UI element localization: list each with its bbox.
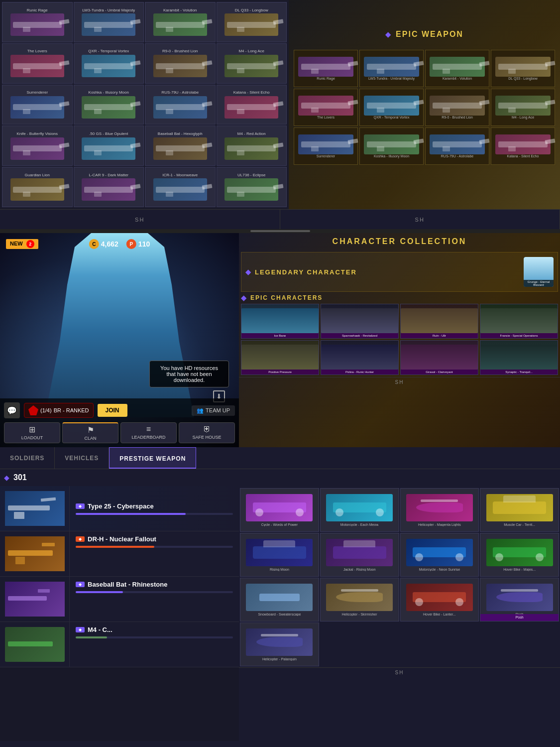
epic-cell[interactable]: LW3-Tundra - Umbral Majesty <box>359 50 424 87</box>
ranked-slot: (1/4) <box>40 407 52 413</box>
tab-soldiers[interactable]: SOLDIERS <box>0 447 55 469</box>
epic-cell[interactable]: Runic Rage <box>294 50 358 87</box>
weapon-thumbnail <box>82 55 135 77</box>
gold-icon: C <box>89 239 99 249</box>
weapon-cell[interactable]: QXR - Temporal Vortex <box>74 43 144 84</box>
vehicles-show-more-button[interactable]: SH <box>239 667 560 677</box>
weapon-thumbnail <box>10 137 64 160</box>
weapon-cell[interactable]: Baseball Bat - Hexoglyph <box>145 125 216 166</box>
weapon-cell[interactable]: M4 - Red Action <box>217 125 287 166</box>
epic-cell[interactable]: Katana - Silent Echo <box>491 127 555 165</box>
vehicle-cell[interactable]: Helicopter - Magenta Lights <box>400 488 479 532</box>
weapon-cell[interactable]: Knife - Butterfly Visions <box>2 125 73 166</box>
char-card[interactable]: Francie - Special Operations <box>480 304 558 339</box>
weapon-item-label: ◆ M4 - C... <box>76 626 233 633</box>
epic-cell[interactable]: M4 - Long Ace <box>491 89 555 126</box>
weapon-cell[interactable]: L-CAR 9 - Dark Matter <box>74 167 144 207</box>
chat-button[interactable]: 💬 <box>4 402 20 418</box>
loadout-icon: ⊞ <box>5 425 59 434</box>
loadout-button[interactable]: ⊞ LOADOUT <box>4 422 60 443</box>
epic-cell[interactable]: QXR - Temporal Vortex <box>359 89 424 126</box>
join-button[interactable]: JOIN <box>98 404 127 417</box>
epic-cell[interactable]: RUS-79U - Astrolabe <box>425 127 489 165</box>
weapon-cell[interactable]: DL Q33 - Longbow <box>217 2 287 42</box>
weapon-cell[interactable]: Runic Rage <box>2 2 73 42</box>
char-card[interactable]: Ruín - Ullr <box>400 304 478 339</box>
vehicle-cell[interactable]: Motorcycle - Each Meow <box>320 488 399 532</box>
char-card[interactable]: Synaptic - Tranquil... <box>480 340 558 375</box>
weapon-cell[interactable]: Surrenderer <box>2 85 73 125</box>
teamup-label: TEAM UP <box>206 407 230 413</box>
weapon-cell[interactable]: Karambit - Volution <box>145 2 216 42</box>
epic-cell[interactable]: R9-0 - Brushed Lion <box>425 89 489 126</box>
epic-weapon-panel: ◆ EPIC WEAPON Runic Rage LW3-Tundra - Um… <box>289 0 560 209</box>
char-avatar-label: Grunge - Eternal Blizzard <box>524 280 554 287</box>
epic-cell[interactable]: DL Q33 - Longbow <box>491 50 555 87</box>
character-panel: NEW 2 C 4,662 P 110 You have HD resource… <box>0 233 239 447</box>
char-card[interactable]: Sparrowhawk - Revitalized <box>321 304 399 339</box>
weapon-cell[interactable]: Katana - Silent Echo <box>217 85 287 125</box>
weapon-cell[interactable]: ICR-1 - Moonweave <box>145 167 216 207</box>
show-more-left-button[interactable]: SH <box>0 210 280 229</box>
teamup-button[interactable]: 👥 TEAM UP <box>192 405 235 416</box>
char-card-label: Francie - Special Operations <box>480 333 558 338</box>
char-card[interactable]: Positive Pressure <box>241 340 319 375</box>
show-more-right-button[interactable]: SH <box>280 210 560 229</box>
weapon-thumbnail <box>82 178 135 201</box>
weapon-thumbnail <box>153 96 207 119</box>
posh-label: Posh <box>480 614 559 621</box>
legendary-char-avatar[interactable]: Grunge - Eternal Blizzard <box>524 257 554 287</box>
weapon-cell[interactable]: LW3-Tundra - Umbral Majesty <box>74 2 144 42</box>
vehicle-name: Motorcycle - Each Meow <box>340 523 379 526</box>
vehicle-cell[interactable]: Hover Bike - Lanter... <box>400 578 479 622</box>
legendary-characters: Grunge - Eternal Blizzard <box>524 257 554 287</box>
vehicle-cell[interactable]: Cycle - Words of Power <box>240 488 319 532</box>
weapon-cell[interactable]: UL736 - Eclipse <box>217 167 287 207</box>
vehicle-name: Hover Bike - Majes... <box>503 568 536 571</box>
weapon-cell[interactable]: R9-0 - Brushed Lion <box>145 43 216 84</box>
vehicle-cell[interactable]: Motorcycle - Neon Sunrise <box>400 533 479 577</box>
clan-button[interactable]: ⚑ CLAN <box>62 422 118 443</box>
weapon-cell[interactable]: The Lovers <box>2 43 73 84</box>
collection-show-more-button[interactable]: SH <box>239 377 560 387</box>
vehicle-cell[interactable]: Hover Bike - Majes... <box>480 533 559 577</box>
epic-diamond-icon: ◆ <box>241 294 247 302</box>
weapon-cell[interactable]: M4 - Long Ace <box>217 43 287 84</box>
vehicle-cell[interactable]: Muscle Car - Territ... <box>480 488 559 532</box>
char-card[interactable]: Girasol - Clairvoyant <box>400 340 478 375</box>
char-card[interactable]: Polina - Runic Hunter <box>321 340 399 375</box>
weapon-thumbnail <box>224 13 278 36</box>
vehicle-image <box>246 584 313 611</box>
tab-vehicles[interactable]: VEHICLES <box>55 447 109 469</box>
vehicle-cell[interactable]: Helicopter - Palanquin <box>240 622 319 666</box>
left-column: SOLDIERS VEHICLES PRESTIGE WEAPON ◆ 301 <box>0 447 239 741</box>
epic-cell[interactable]: The Lovers <box>294 89 358 126</box>
tab-prestige-weapon[interactable]: PRESTIGE WEAPON <box>109 447 196 469</box>
weapon-cell[interactable]: Guardian Lion <box>2 167 73 207</box>
weapon-item-thumb <box>0 486 70 531</box>
vehicle-cell[interactable]: Helicopter - Skirmisher <box>320 578 399 622</box>
weapon-cell[interactable]: .50 GS - Blue Opulent <box>74 125 144 166</box>
vehicle-cell[interactable]: Snowboard - Sweaterscape <box>240 578 319 622</box>
vehicle-cell[interactable]: Posh Posh <box>480 578 559 622</box>
rhinestone-row: ◆ Baseball Bat - Rhinestone <box>0 577 239 622</box>
char-card[interactable]: Ice Bane <box>241 304 319 339</box>
epic-cell[interactable]: Karambit - Volution <box>425 50 489 87</box>
weapon-thumbnail <box>153 13 207 36</box>
epic-cell[interactable]: Surrenderer <box>294 127 358 165</box>
vehicle-cell[interactable]: Jackal - Rising Moon <box>320 533 399 577</box>
safe-house-button[interactable]: ⛨ SAFE HOUSE <box>179 422 235 443</box>
weapon-progress-fill <box>76 636 107 638</box>
ranked-badge: (1/4) BR - RANKED <box>24 403 94 418</box>
ranked-icon <box>28 405 38 415</box>
diamond-icon: ◆ <box>385 30 392 38</box>
epic-cell[interactable]: Koshka - Illusory Moon <box>359 127 424 165</box>
leaderboard-button[interactable]: ≡ LEADERBOARD <box>120 422 177 443</box>
char-card-label: Girasol - Clairvoyant <box>401 370 478 374</box>
weapon-item-info: ◆ Baseball Bat - Rhinestone <box>70 577 239 622</box>
vehicle-cell[interactable]: Rising Moon <box>240 533 319 577</box>
prestige-section: ◆ 301 <box>0 469 239 486</box>
weapon-cell[interactable]: Koshka - Illusory Moon <box>74 85 144 125</box>
weapon-cell[interactable]: RUS-79U - Astrolabe <box>145 85 216 125</box>
scroll-bar <box>250 230 310 232</box>
